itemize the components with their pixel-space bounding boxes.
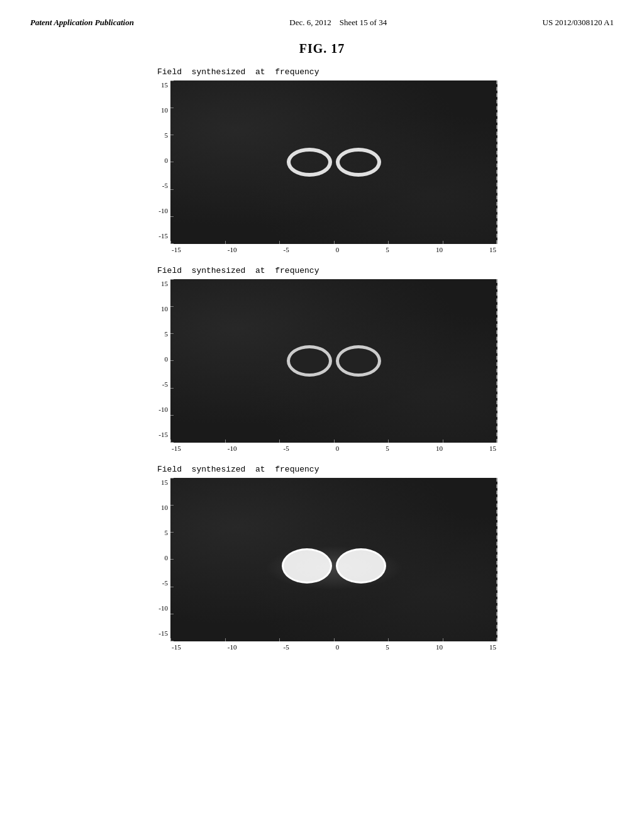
chart-block-1: Field synthesized at frequency 15 10 5 0… (127, 67, 517, 253)
chart-block-3: Field synthesized at frequency 15 10 5 0… (127, 465, 517, 651)
chart-1-y-axis: 15 10 5 0 -5 -10 -15 (147, 80, 170, 253)
chart-3-x-axis: -15 -10 -5 0 5 10 15 (170, 643, 497, 651)
chart-1-oval-right (336, 148, 381, 177)
chart-block-2: Field synthesized at frequency 15 10 5 0… (127, 266, 517, 452)
chart-1-dashed-border (496, 80, 497, 244)
chart-3-ovals (282, 548, 386, 584)
chart-3-label: Field synthesized at frequency (157, 465, 319, 474)
chart-2-bottom-ticks (170, 440, 497, 443)
chart-3-y-ticks (170, 478, 174, 641)
chart-3-oval-right (336, 548, 386, 584)
chart-1-y-ticks (170, 80, 174, 244)
chart-1-wrapper: 15 10 5 0 -5 -10 -15 (147, 80, 497, 253)
chart-2-y-ticks (170, 279, 174, 443)
chart-2-label: Field synthesized at frequency (157, 266, 319, 275)
chart-3-image (170, 478, 497, 641)
header-left: Patent Application Publication (30, 18, 134, 28)
chart-3-right: -15 -10 -5 0 5 10 15 (170, 478, 497, 651)
chart-1-oval-left (287, 148, 332, 177)
chart-2-oval-left (287, 345, 332, 377)
chart-2-dashed-border (496, 279, 497, 443)
chart-2-right: -15 -10 -5 0 5 10 15 (170, 279, 497, 452)
chart-2-image (170, 279, 497, 443)
chart-2-oval-right (336, 345, 381, 377)
page-header: Patent Application Publication Dec. 6, 2… (0, 0, 644, 35)
chart-2-x-axis: -15 -10 -5 0 5 10 15 (170, 445, 497, 452)
chart-2-ovals (287, 345, 381, 377)
chart-3-y-axis: 15 10 5 0 -5 -10 -15 (147, 478, 170, 651)
chart-2-wrapper: 15 10 5 0 -5 -10 -15 (147, 279, 497, 452)
chart-1-right: -15 -10 -5 0 5 10 15 (170, 80, 497, 253)
header-right: US 2012/0308120 A1 (543, 18, 614, 28)
chart-1-image (170, 80, 497, 244)
chart-2-y-axis: 15 10 5 0 -5 -10 -15 (147, 279, 170, 452)
chart-3-oval-left (282, 548, 332, 584)
chart-1-ovals (287, 148, 381, 177)
header-center: Dec. 6, 2012 Sheet 15 of 34 (289, 18, 387, 28)
chart-1-label: Field synthesized at frequency (157, 67, 319, 77)
figure-title: FIG. 17 (0, 42, 644, 56)
chart-3-dashed-border (496, 478, 497, 641)
chart-3-wrapper: 15 10 5 0 -5 -10 -15 (147, 478, 497, 651)
chart-1-bottom-ticks (170, 241, 497, 244)
charts-area: Field synthesized at frequency 15 10 5 0… (0, 67, 644, 663)
chart-1-x-axis: -15 -10 -5 0 5 10 15 (170, 246, 497, 253)
chart-3-bottom-ticks (170, 638, 497, 641)
